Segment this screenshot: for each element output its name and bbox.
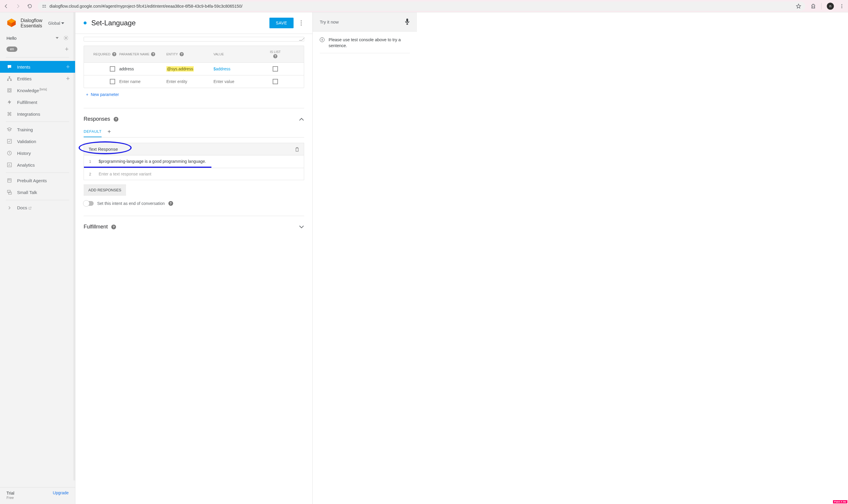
sidebar: Dialogflow Essentials Global Hello en + … [0, 12, 75, 504]
svg-rect-13 [10, 79, 12, 81]
history-icon [6, 150, 12, 156]
docs-chevron-icon [6, 206, 12, 210]
response-text[interactable]: $programming-language is a good programm… [96, 156, 304, 167]
response-row-2[interactable]: 2 [84, 168, 304, 180]
svg-rect-15 [8, 90, 10, 91]
site-settings-icon[interactable] [42, 4, 47, 8]
sidebar-item-analytics[interactable]: Analytics [0, 159, 75, 171]
expand-icon[interactable] [299, 225, 304, 229]
sidebar-label-smalltalk: Small Talk [17, 190, 37, 195]
sidebar-item-integrations[interactable]: Integrations [0, 108, 75, 120]
help-icon[interactable]: ? [168, 201, 173, 206]
analytics-icon [6, 162, 12, 167]
fulfillment-section-title: Fulfillment [84, 224, 108, 230]
help-icon[interactable]: ? [273, 54, 277, 58]
svg-rect-2 [42, 7, 44, 7]
islist-checkbox[interactable] [273, 79, 278, 84]
intent-title[interactable]: Set-Language [91, 19, 265, 27]
region-dropdown[interactable]: Global [48, 21, 64, 25]
required-checkbox[interactable] [110, 66, 115, 72]
sidebar-label-knowledge: Knowledge[beta] [17, 88, 46, 93]
th-entity: ENTITY [166, 52, 178, 56]
response-tab-default[interactable]: DEFAULT [84, 126, 102, 137]
param-name[interactable]: address [119, 67, 166, 71]
sidebar-item-knowledge[interactable]: Knowledge[beta] [0, 85, 75, 96]
free-label: Free [6, 496, 69, 500]
forward-button[interactable] [15, 3, 21, 9]
sidebar-item-docs[interactable]: Docs [0, 202, 75, 213]
end-conversation-toggle[interactable] [84, 201, 94, 206]
param-entity[interactable]: @sys.address [166, 66, 194, 72]
project-dropdown-icon[interactable] [56, 37, 59, 39]
try-it-now-panel: Try it now i Please use test console abo… [313, 12, 417, 504]
help-icon[interactable]: ? [112, 52, 116, 56]
param-row-new[interactable] [84, 75, 304, 88]
end-conversation-label: Set this intent as end of conversation [97, 201, 165, 206]
help-icon[interactable]: ? [151, 52, 155, 56]
sidebar-item-history[interactable]: History [0, 147, 75, 159]
save-button[interactable]: SAVE [269, 18, 293, 28]
upgrade-link[interactable]: Upgrade [53, 490, 69, 495]
url-text: dialogflow.cloud.google.com/#/agent/mypr… [50, 4, 793, 8]
help-icon[interactable]: ? [180, 52, 184, 56]
language-badge[interactable]: en [6, 47, 17, 52]
back-button[interactable] [3, 3, 9, 9]
training-icon [6, 127, 12, 132]
sidebar-label-validation: Validation [17, 139, 36, 144]
region-label: Global [48, 21, 60, 25]
dialogflow-logo-icon [6, 18, 17, 29]
training-phrase-textarea[interactable] [84, 37, 304, 41]
param-value[interactable]: $address [214, 67, 231, 71]
svg-point-10 [65, 37, 67, 39]
star-icon[interactable] [796, 3, 801, 9]
delete-response-icon[interactable] [295, 147, 299, 151]
islist-checkbox[interactable] [273, 66, 278, 72]
sidebar-item-entities[interactable]: Entities + [0, 73, 75, 85]
validation-icon [6, 139, 12, 144]
response-row-1[interactable]: 1 $programming-language is a good progra… [84, 155, 304, 167]
help-icon[interactable]: ? [114, 117, 119, 122]
extensions-icon[interactable] [811, 3, 816, 9]
sidebar-label-analytics: Analytics [17, 162, 35, 167]
unsaved-indicator-icon [84, 21, 87, 24]
brand-text: Dialogflow Essentials [21, 18, 42, 28]
try-info-text: Please use test console above to try a s… [329, 37, 410, 49]
mic-icon[interactable] [404, 18, 410, 25]
param-row[interactable]: address @sys.address $address [84, 62, 304, 75]
sidebar-item-fulfillment[interactable]: Fulfillment [0, 96, 75, 108]
project-name: Hello [6, 36, 17, 41]
more-menu-icon[interactable] [298, 20, 304, 25]
add-response-tab-icon[interactable]: + [107, 128, 111, 135]
browser-menu-icon[interactable] [839, 3, 845, 9]
smalltalk-icon [6, 190, 12, 195]
required-checkbox[interactable] [110, 79, 115, 84]
add-intent-icon[interactable]: + [66, 63, 70, 71]
svg-point-22 [301, 20, 302, 21]
reload-button[interactable] [27, 3, 32, 9]
sidebar-item-smalltalk[interactable]: Small Talk [0, 186, 75, 198]
url-bar[interactable]: dialogflow.cloud.google.com/#/agent/mypr… [38, 1, 805, 11]
param-name-input[interactable] [119, 79, 166, 84]
svg-point-4 [842, 4, 843, 5]
intent-editor: Set-Language SAVE REQUIRED? PARAMETER NA… [75, 12, 313, 504]
sidebar-item-training[interactable]: Training [0, 124, 75, 136]
svg-rect-19 [8, 179, 11, 182]
sidebar-item-intents[interactable]: Intents + [0, 61, 75, 73]
new-parameter-link[interactable]: +New parameter [84, 88, 304, 101]
collapse-icon[interactable] [299, 118, 304, 121]
param-entity-input[interactable] [166, 79, 214, 84]
sidebar-item-validation[interactable]: Validation [0, 136, 75, 147]
sidebar-item-prebuilt[interactable]: Prebuilt Agents [0, 175, 75, 186]
help-icon[interactable]: ? [111, 224, 116, 229]
param-value-input[interactable] [214, 79, 260, 84]
response-text-input[interactable] [96, 168, 304, 180]
add-responses-button[interactable]: ADD RESPONSES [84, 184, 126, 196]
knowledge-icon [6, 88, 12, 93]
try-it-now-title[interactable]: Try it now [320, 19, 339, 24]
settings-icon[interactable] [63, 35, 69, 41]
browser-nav-arrows [3, 3, 32, 9]
profile-avatar[interactable]: n [827, 3, 834, 10]
add-entity-icon[interactable]: + [66, 75, 70, 83]
svg-point-23 [301, 22, 302, 23]
add-language-icon[interactable]: + [65, 45, 69, 53]
